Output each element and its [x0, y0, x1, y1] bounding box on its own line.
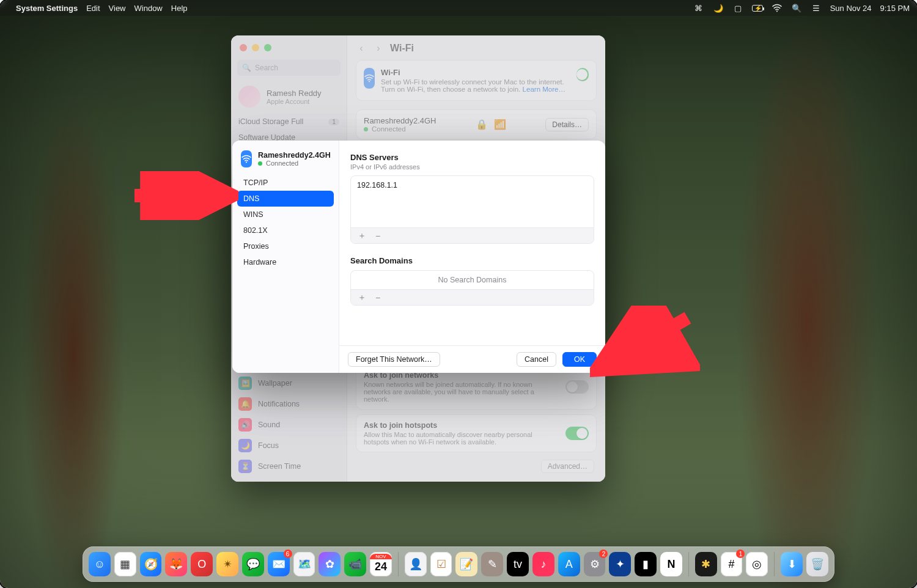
search-domain-remove-button[interactable]: −	[373, 293, 383, 303]
svg-point-2	[246, 161, 247, 163]
dock-notion-icon[interactable]: N	[660, 552, 682, 576]
dock-freeform-icon[interactable]: ✎	[481, 552, 503, 576]
menubar-time[interactable]: 9:15 PM	[880, 4, 910, 13]
dock-trash-icon[interactable]: 🗑️	[806, 552, 828, 576]
search-domains-empty: No Search Domains	[351, 271, 594, 289]
do-not-disturb-icon[interactable]: 🌙	[713, 2, 724, 13]
dock-tv-icon[interactable]: tv	[507, 552, 529, 576]
tab-8021x[interactable]: 802.1X	[237, 222, 334, 238]
dock-badge: 6	[284, 549, 292, 558]
dns-remove-button[interactable]: −	[373, 231, 383, 241]
dock-badge: 2	[599, 549, 608, 558]
menubar-app-name[interactable]: System Settings	[16, 4, 78, 13]
dock-facetime-icon[interactable]: 📹	[344, 552, 366, 576]
dns-servers-title: DNS Servers	[350, 153, 594, 162]
dock: ☺ ▦ 🧭 🦊 O ✴︎ 💬 ✉️6 🗺️ ✿ 📹 NOV 24 👤 ☑︎ 📝 …	[83, 546, 834, 582]
svg-point-0	[776, 10, 778, 12]
wifi-icon	[241, 150, 252, 167]
calendar-day: 24	[375, 560, 387, 573]
dock-photos-icon[interactable]: ✿	[319, 552, 341, 576]
dock-messages-icon[interactable]: 💬	[242, 552, 264, 576]
dock-badge: 1	[736, 549, 745, 558]
tab-proxies[interactable]: Proxies	[237, 238, 334, 254]
tab-tcpip[interactable]: TCP/IP	[237, 175, 334, 191]
dock-opera-icon[interactable]: O	[191, 552, 213, 576]
dock-safari-icon[interactable]: 🧭	[140, 552, 162, 576]
calendar-month: NOV	[370, 554, 392, 559]
search-domains-list[interactable]: No Search Domains ＋ −	[350, 270, 594, 306]
sheet-left-tabs: Rameshreddy2.4GH Connected TCP/IP DNS WI…	[232, 141, 339, 373]
annotation-arrow-left	[128, 171, 238, 220]
dock-figma-icon[interactable]: ✱	[695, 552, 717, 576]
annotation-arrow-right	[590, 306, 700, 385]
tab-wins[interactable]: WINS	[237, 207, 334, 222]
dock-contacts-icon[interactable]: 👤	[405, 552, 427, 576]
dock-iphone-mirroring-icon[interactable]: ▮	[635, 552, 657, 576]
menubar: System Settings Edit View Window Help ⌘ …	[0, 0, 917, 16]
dock-music-icon[interactable]: ♪	[532, 552, 554, 576]
dns-servers-list[interactable]: 192.168.1.1 ＋ −	[350, 175, 594, 244]
menubar-item-edit[interactable]: Edit	[86, 4, 100, 13]
dns-servers-body[interactable]: 192.168.1.1	[351, 176, 594, 227]
dock-downloads-icon[interactable]: ⬇︎	[781, 552, 803, 576]
dns-server-entry[interactable]: 192.168.1.1	[357, 181, 587, 189]
dock-appstore-icon[interactable]: A	[558, 552, 580, 576]
dns-add-button[interactable]: ＋	[357, 230, 367, 241]
sheet-network-name: Rameshreddy2.4GH	[258, 151, 331, 160]
dock-separator	[398, 552, 399, 576]
menubar-date[interactable]: Sun Nov 24	[830, 4, 872, 13]
forget-network-button[interactable]: Forget This Network…	[348, 352, 440, 367]
status-dot-icon	[258, 161, 262, 166]
menu-extra-icon[interactable]: ⌘	[693, 2, 704, 13]
dock-slack-icon[interactable]: #1	[721, 552, 743, 576]
cancel-button[interactable]: Cancel	[517, 352, 556, 367]
dock-firefox-icon[interactable]: 🦊	[165, 552, 187, 576]
sheet-right-panel: DNS Servers IPv4 or IPv6 addresses 192.1…	[339, 141, 605, 373]
dock-app1-icon[interactable]: ✦	[609, 552, 631, 576]
dock-maps-icon[interactable]: 🗺️	[293, 552, 315, 576]
dock-separator	[774, 552, 775, 576]
network-details-sheet: Rameshreddy2.4GH Connected TCP/IP DNS WI…	[232, 141, 605, 373]
wifi-menu-icon[interactable]	[772, 2, 783, 13]
tab-dns[interactable]: DNS	[237, 191, 334, 207]
dns-servers-subtitle: IPv4 or IPv6 addresses	[350, 163, 594, 171]
svg-line-4	[602, 318, 688, 367]
dock-launchpad-icon[interactable]: ▦	[114, 552, 136, 576]
menubar-item-view[interactable]: View	[109, 4, 126, 13]
tab-hardware[interactable]: Hardware	[237, 254, 334, 270]
dock-chrome-icon[interactable]: ◎	[746, 552, 768, 576]
dock-finder-icon[interactable]: ☺	[89, 552, 111, 576]
sheet-network-header: Rameshreddy2.4GH Connected	[237, 149, 334, 175]
dock-calendar-icon[interactable]: NOV 24	[370, 552, 392, 576]
screen-mirroring-icon[interactable]: ▢	[732, 2, 743, 13]
menubar-item-window[interactable]: Window	[134, 4, 163, 13]
battery-icon[interactable]: ⚡	[752, 2, 763, 13]
search-domain-add-button[interactable]: ＋	[357, 292, 367, 303]
search-domains-title: Search Domains	[350, 256, 594, 265]
dock-spark-icon[interactable]: ✴︎	[216, 552, 238, 576]
spotlight-menu-icon[interactable]: 🔍	[791, 2, 802, 13]
control-center-icon[interactable]: ☰	[811, 2, 822, 13]
dock-system-settings-icon[interactable]: ⚙︎2	[584, 552, 606, 576]
dock-notes-icon[interactable]: 📝	[455, 552, 477, 576]
sheet-network-status: Connected	[266, 160, 298, 167]
menubar-item-help[interactable]: Help	[171, 4, 188, 13]
dock-separator	[688, 552, 689, 576]
dock-reminders-icon[interactable]: ☑︎	[430, 552, 452, 576]
sheet-action-bar: Forget This Network… Cancel OK	[339, 345, 605, 373]
dock-mail-icon[interactable]: ✉️6	[268, 552, 290, 576]
